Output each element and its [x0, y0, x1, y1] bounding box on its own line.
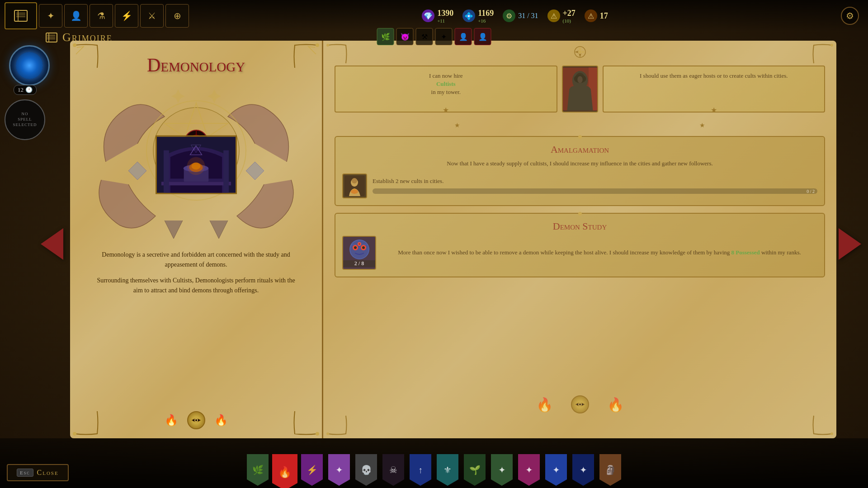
- banner-flag-navy: ✦: [572, 454, 594, 486]
- banner-flag-fire: 🔥: [272, 454, 297, 488]
- demon-icon-container: 2 / 8: [342, 236, 376, 270]
- banner-flag-up: ↑: [410, 454, 431, 486]
- action-unit2[interactable]: 👤: [474, 28, 491, 45]
- demon-fraction: 2 / 8: [343, 260, 375, 267]
- book-right-page: I can now hire Cultists in my tower.: [323, 41, 836, 438]
- settings-button[interactable]: ⚙: [841, 7, 859, 25]
- tab-magic[interactable]: ✦: [39, 4, 62, 28]
- portrait-svg: [563, 66, 597, 112]
- eye-deco: [187, 411, 205, 429]
- banner-dark[interactable]: ☠: [381, 452, 406, 488]
- demon-study-detail: More than once now I wished to be able t…: [382, 248, 817, 257]
- banner-flag-rune-green: ✦: [491, 454, 513, 486]
- banner-teal[interactable]: ⚜: [435, 452, 460, 488]
- timer-value: 12: [18, 86, 24, 94]
- amalgamation-task: Establish 2 new cults in cities. 0 / 2: [342, 174, 817, 198]
- card2-text: I should use them as eager hosts or to c…: [640, 72, 788, 79]
- banner-flag-nature: 🌿: [247, 454, 269, 486]
- banner-lightning[interactable]: ⚡: [299, 452, 325, 488]
- banner-fire-active[interactable]: 🔥: [272, 454, 297, 488]
- svg-rect-22: [161, 182, 231, 185]
- banner-flag-lightning: ⚡: [301, 454, 323, 486]
- flame-deco-left: 🔥: [536, 397, 553, 413]
- description-para2: Surrounding themselves with Cultists, De…: [93, 276, 299, 296]
- top-bar: ✦ 👤 ⚗ ⚡ ⚔ ⊕ 💎 1390 +11 💠 1169 +16: [0, 0, 868, 32]
- description-para1: Demonology is a secretive and forbidden …: [93, 250, 299, 270]
- action-tools[interactable]: ⚒: [416, 28, 433, 45]
- tab-units[interactable]: 👤: [64, 4, 88, 28]
- grimoire-illustration: [156, 136, 237, 194]
- svg-point-30: [187, 157, 205, 175]
- svg-point-56: [362, 246, 365, 249]
- action-unit1[interactable]: 👤: [455, 28, 472, 45]
- banner-flag-skull: 💀: [355, 454, 377, 486]
- stat-warnings: ⚠ 17: [585, 9, 608, 22]
- svg-point-36: [830, 44, 833, 47]
- stat-influence: ⚠ +27 (10): [547, 9, 576, 23]
- banner-nature[interactable]: 🌿: [245, 452, 270, 488]
- tab-heroes[interactable]: ⚔: [140, 4, 164, 28]
- quest1-progress-bar: 0 / 2: [373, 188, 817, 194]
- mana-icon: 💎: [422, 9, 434, 22]
- action-summoning[interactable]: 👿: [396, 28, 414, 45]
- bottom-deco: 🔥 🔥: [165, 411, 228, 429]
- amalgamation-task-text: Establish 2 new cults in cities.: [373, 178, 817, 185]
- svg-point-61: [326, 432, 329, 435]
- demon-study-dot: [578, 212, 582, 216]
- svg-point-13: [316, 432, 319, 436]
- quest-card-hire: I can now hire Cultists in my tower.: [335, 66, 557, 113]
- tab-misc[interactable]: ⊕: [165, 4, 189, 28]
- action-cultist[interactable]: 🌿: [377, 28, 394, 45]
- banner-green[interactable]: 🌱: [462, 452, 487, 488]
- tab-grimoire[interactable]: [5, 2, 37, 29]
- top-right: ⚙: [841, 7, 859, 25]
- eye-icon: [191, 417, 201, 423]
- banner-skull[interactable]: 💀: [354, 452, 379, 488]
- banner-rune-green[interactable]: ✦: [489, 452, 514, 488]
- demon-desc-text1: More than once now I wished to be able t…: [398, 249, 730, 256]
- flame-deco-right: 🔥: [607, 397, 624, 413]
- stat-mana: 💎 1390 +11: [422, 9, 453, 23]
- right-corner-br: [811, 413, 834, 436]
- close-button[interactable]: Esc Close: [7, 464, 69, 481]
- orb-button[interactable]: [9, 45, 50, 86]
- banner-up[interactable]: ↑: [408, 452, 433, 488]
- action-icons-row: 🌿 👿 ⚒ ✦ 👤 👤: [377, 28, 491, 45]
- demon-study-title: Demon Study: [342, 221, 817, 232]
- book-left-page: Demonology: [70, 41, 323, 438]
- banner-brown[interactable]: 🗿: [598, 452, 623, 488]
- top-center-stats: 💎 1390 +11 💠 1169 +16 ⚙ 31 / 31: [189, 9, 841, 23]
- banner-navy[interactable]: ✦: [571, 452, 596, 488]
- influence-sub: (10): [563, 18, 576, 23]
- banner-pink[interactable]: ✦: [516, 452, 542, 488]
- action-special[interactable]: ✦: [435, 28, 453, 45]
- no-spell-badge[interactable]: NOSPELLSELECTED: [5, 99, 45, 140]
- corner-decor-br: [292, 409, 320, 436]
- book-container: Demonology: [70, 41, 836, 438]
- svg-point-10: [73, 43, 76, 47]
- influence-icon: ⚠: [547, 9, 560, 22]
- banner-purple2[interactable]: ✦: [326, 452, 352, 488]
- demon-study-task: 2 / 8 More than once now I wished to be …: [342, 236, 817, 270]
- orb-glow: [16, 52, 43, 79]
- tab-skills[interactable]: ⚡: [115, 4, 138, 28]
- possessed-link: 8 Possessed: [731, 249, 760, 256]
- crystal-icon: 💠: [462, 9, 475, 22]
- stat-crystals: 💠 1169 +16: [462, 9, 494, 23]
- svg-rect-0: [14, 10, 27, 21]
- cults-task-icon: [342, 174, 367, 198]
- quest-amalgamation: Amalgamation Now that I have a steady su…: [335, 136, 825, 206]
- top-left-tabs: ✦ 👤 ⚗ ⚡ ⚔ ⊕: [5, 2, 189, 29]
- star1: ★: [454, 122, 460, 129]
- svg-point-62: [830, 432, 833, 435]
- illustration-svg: [157, 136, 236, 193]
- svg-point-34: [195, 419, 197, 421]
- prev-page-button[interactable]: [38, 226, 66, 262]
- svg-point-11: [316, 43, 319, 47]
- tab-potions[interactable]: ⚗: [90, 4, 113, 28]
- banner-blue2[interactable]: ✦: [543, 452, 569, 488]
- next-page-button[interactable]: [836, 226, 863, 262]
- banner-flag-blue2: ✦: [545, 454, 567, 486]
- crystals-sub: +16: [478, 18, 494, 23]
- timer-badge: 12 🕐: [14, 85, 37, 95]
